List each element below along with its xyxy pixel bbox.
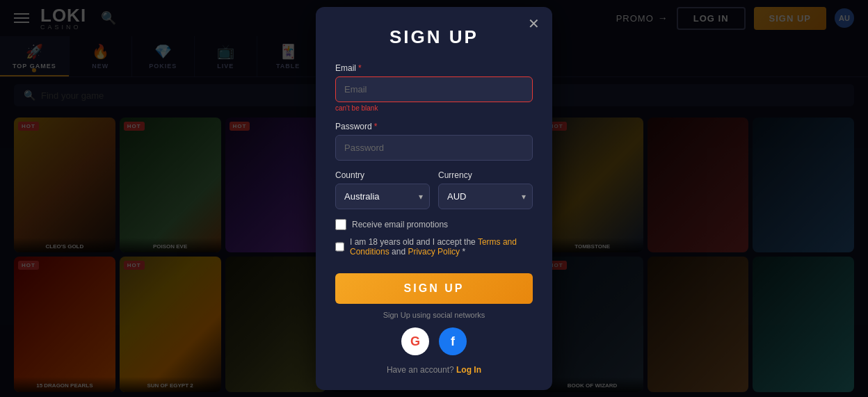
google-signup-button[interactable]: G (401, 327, 429, 355)
password-input[interactable] (335, 135, 533, 161)
currency-select[interactable]: AUD USD EUR GBP NZD (438, 184, 533, 209)
required-marker: * (358, 63, 362, 73)
google-icon: G (410, 334, 420, 349)
currency-label: Currency (438, 170, 533, 180)
password-label: Password * (335, 122, 533, 131)
modal-title: SIGN UP (335, 26, 533, 48)
terms-checkbox-row: I am 18 years old and I accept the Terms… (335, 237, 533, 257)
terms-checkbox-label: I am 18 years old and I accept the Terms… (350, 237, 533, 257)
email-input[interactable] (335, 76, 533, 102)
country-currency-row: Country Australia New Zealand United Kin… (335, 170, 533, 209)
login-link[interactable]: Log In (456, 365, 481, 375)
have-account-row: Have an account? Log In (335, 365, 533, 375)
social-divider: Sign Up using social networks (335, 311, 533, 319)
have-account-text: Have an account? (387, 365, 454, 375)
country-label: Country (335, 170, 430, 180)
facebook-signup-button[interactable]: f (439, 327, 467, 355)
promo-checkbox-row: Receive email promotions (335, 219, 533, 230)
facebook-icon: f (451, 334, 455, 349)
terms-checkbox[interactable] (335, 241, 344, 252)
social-buttons: G f (335, 327, 533, 355)
promo-checkbox[interactable] (335, 219, 346, 230)
privacy-link[interactable]: Privacy Policy (408, 247, 460, 257)
email-error: can't be blank (335, 104, 533, 112)
password-field-group: Password * (335, 122, 533, 161)
country-select[interactable]: Australia New Zealand United Kingdom Can… (335, 184, 430, 209)
modal-signup-button[interactable]: SIGN UP (335, 273, 533, 304)
email-field-group: Email * can't be blank (335, 63, 533, 112)
currency-select-wrap: AUD USD EUR GBP NZD ▾ (438, 184, 533, 209)
promo-checkbox-label: Receive email promotions (352, 220, 448, 229)
modal-close-button[interactable]: ✕ (528, 17, 540, 31)
country-group: Country Australia New Zealand United Kin… (335, 170, 430, 209)
signup-modal: ✕ SIGN UP Email * can't be blank Passwor… (316, 7, 552, 390)
modal-backdrop[interactable]: ✕ SIGN UP Email * can't be blank Passwor… (0, 0, 868, 397)
country-select-wrap: Australia New Zealand United Kingdom Can… (335, 184, 430, 209)
email-label: Email * (335, 63, 533, 73)
required-marker: * (374, 122, 378, 131)
currency-group: Currency AUD USD EUR GBP NZD ▾ (438, 170, 533, 209)
